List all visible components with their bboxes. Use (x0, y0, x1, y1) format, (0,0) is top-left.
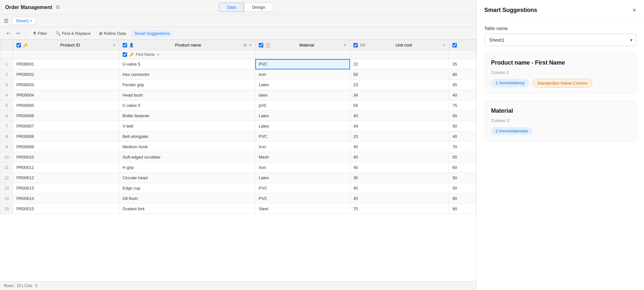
col-product-name-checkbox[interactable] (123, 43, 127, 47)
unit-cost-cell[interactable]: 45 (350, 111, 449, 121)
col5-cell[interactable]: 50 (449, 121, 476, 131)
unit-cost-cell[interactable]: 70 (350, 204, 449, 214)
product-id-cell[interactable]: PR00003 (13, 80, 119, 90)
product-id-cell[interactable]: PR00011 (13, 162, 119, 173)
material-cell[interactable]: PVC (255, 183, 350, 193)
unit-cost-cell[interactable]: 45 (350, 152, 449, 162)
material-cell[interactable]: PVC (255, 59, 350, 69)
smart-suggestions-button[interactable]: Smart Suggestions (131, 29, 173, 37)
sheet-tab[interactable]: Sheet1 ▾ (12, 17, 35, 25)
unit-cost-cell[interactable]: 35 (350, 173, 449, 183)
tag-inconsistency-1[interactable]: 1 Inconsistency (491, 79, 529, 88)
product-id-cell[interactable]: PR00002 (13, 69, 119, 80)
col5-cell[interactable]: 40 (449, 131, 476, 142)
product-id-cell[interactable]: PR00015 (13, 204, 119, 214)
product-id-cell[interactable]: PR00006 (13, 111, 119, 121)
material-cell[interactable]: latex (255, 90, 350, 100)
col5-cell[interactable]: 60 (449, 111, 476, 121)
unit-cost-cell[interactable]: 45 (350, 193, 449, 204)
product-name-cell[interactable]: H grip (119, 162, 255, 173)
tab-design[interactable]: Design (244, 3, 273, 12)
tab-data[interactable]: Data (219, 3, 244, 12)
table-name-select[interactable]: Sheet1 (484, 34, 636, 46)
material-cell[interactable]: Latex (255, 121, 350, 131)
col5-cell[interactable]: 60 (449, 193, 476, 204)
material-cell[interactable]: Mesh (255, 152, 350, 162)
find-replace-button[interactable]: 🔍 Find & Replace (52, 29, 94, 37)
unit-cost-cell[interactable]: 45 (350, 162, 449, 173)
hamburger-icon[interactable]: ☰ (4, 18, 8, 24)
product-id-cell[interactable]: PR00010 (13, 152, 119, 162)
col5-cell[interactable]: 45 (449, 80, 476, 90)
col5-cell[interactable]: 55 (449, 152, 476, 162)
col5-cell[interactable]: 80 (449, 69, 476, 80)
unit-cost-cell[interactable]: 55 (350, 100, 449, 111)
product-name-cell[interactable]: Belt elongater (119, 131, 255, 142)
product-name-cell[interactable]: Edge cup (119, 183, 255, 193)
col5-cell[interactable]: 50 (449, 173, 476, 183)
material-cell[interactable]: PVC (255, 193, 350, 204)
product-name-cell[interactable]: V-belt (119, 121, 255, 131)
product-id-cell[interactable]: PR00008 (13, 131, 119, 142)
unit-cost-cell[interactable]: 23 (350, 131, 449, 142)
product-name-cell[interactable]: Bottle fastener (119, 111, 255, 121)
undo-button[interactable]: ↩ (4, 29, 13, 37)
product-id-cell[interactable]: PR00014 (13, 193, 119, 204)
col-material-sort[interactable]: ▼ (343, 43, 347, 47)
unit-cost-cell[interactable]: 23 (350, 80, 449, 90)
product-name-cell[interactable]: Oil flush (119, 193, 255, 204)
product-name-cell[interactable]: C-valve 5 (119, 100, 255, 111)
material-cell[interactable]: Latex (255, 173, 350, 183)
material-cell[interactable]: Steel (255, 204, 350, 214)
product-name-cell[interactable]: Hex connector (119, 69, 255, 80)
col-product-id-checkbox[interactable] (16, 43, 21, 47)
refine-data-button[interactable]: ⊞ Refine Data (96, 29, 129, 37)
material-cell[interactable]: Iron (255, 69, 350, 80)
product-id-cell[interactable]: PR00013 (13, 183, 119, 193)
material-cell[interactable]: pVC (255, 100, 350, 111)
close-button[interactable]: × (632, 6, 636, 14)
product-name-cell[interactable]: Soft-edged scrubber (119, 152, 255, 162)
tag-standardize[interactable]: Standardize Name Column (532, 79, 592, 88)
col5-cell[interactable]: 50 (449, 183, 476, 193)
product-name-cell[interactable]: U-valve 5 (119, 59, 255, 69)
unit-cost-cell[interactable]: 45 (350, 183, 449, 193)
unit-cost-cell[interactable]: 50 (350, 69, 449, 80)
product-name-cell[interactable]: Medium hook (119, 142, 255, 152)
unit-cost-cell[interactable]: 45 (350, 142, 449, 152)
gear-icon[interactable]: ⚙ (55, 4, 60, 10)
col5-cell[interactable]: 75 (449, 100, 476, 111)
unit-cost-cell[interactable]: 34 (350, 90, 449, 100)
col5-cell[interactable]: 60 (449, 162, 476, 173)
material-cell[interactable]: PVC (255, 131, 350, 142)
col-product-id-sort[interactable]: ▼ (113, 43, 116, 47)
product-name-cell[interactable]: Graded fork (119, 204, 255, 214)
product-name-cell[interactable]: Circular head (119, 173, 255, 183)
col-material-checkbox[interactable] (259, 43, 263, 47)
unit-cost-cell[interactable]: 34 (350, 121, 449, 131)
col-unit-cost-checkbox[interactable] (353, 43, 358, 47)
sub-first-name-checkbox[interactable] (123, 52, 127, 57)
product-id-cell[interactable]: PR00001 (13, 59, 119, 69)
product-id-cell[interactable]: PR00007 (13, 121, 119, 131)
material-cell[interactable]: Iron (255, 142, 350, 152)
material-cell[interactable]: Latex (255, 111, 350, 121)
product-id-cell[interactable]: PR00009 (13, 142, 119, 152)
product-id-cell[interactable]: PR00005 (13, 100, 119, 111)
material-cell[interactable]: Latex (255, 80, 350, 90)
unit-cost-cell[interactable]: 22 (350, 59, 449, 69)
redo-button[interactable]: ↪ (14, 29, 23, 37)
product-name-cell[interactable]: Fender grip (119, 80, 255, 90)
col5-cell[interactable]: 40 (449, 90, 476, 100)
sub-first-name-sort[interactable]: ▼ (157, 53, 160, 57)
product-name-expand-icon[interactable]: ⊞ (244, 43, 247, 47)
col5-cell[interactable]: 70 (449, 142, 476, 152)
col5-cell[interactable]: 90 (449, 204, 476, 214)
col5-checkbox[interactable] (452, 43, 457, 47)
product-id-cell[interactable]: PR00012 (13, 173, 119, 183)
filter-button[interactable]: ⚗ Filter (29, 29, 50, 37)
tag-inconsistencies-2[interactable]: 2 Inconsistencies (491, 127, 532, 135)
col-product-name-sort[interactable]: ▼ (249, 43, 252, 47)
col-unit-cost-sort[interactable]: ▼ (442, 43, 446, 47)
material-cell[interactable]: Iron (255, 162, 350, 173)
